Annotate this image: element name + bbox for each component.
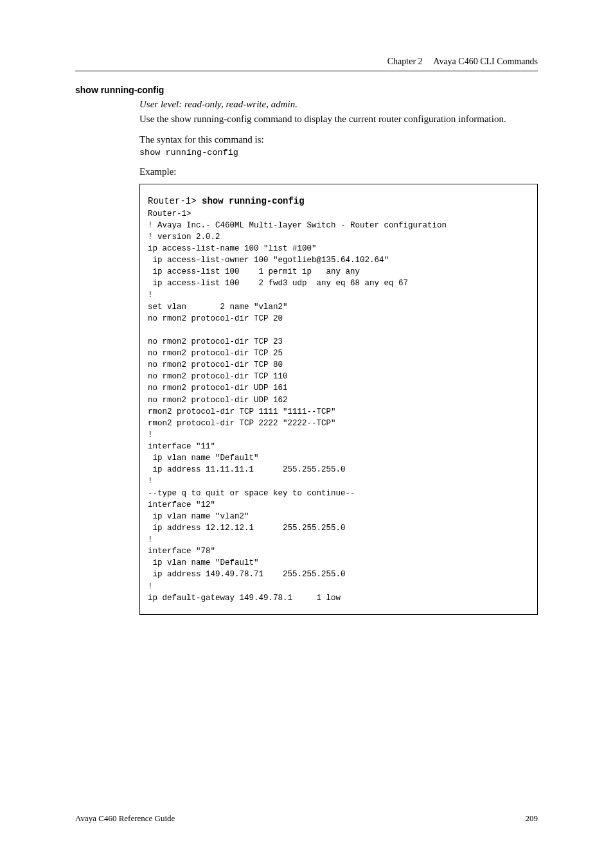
page-header: Chapter 2 Avaya C460 CLI Commands: [387, 57, 538, 67]
section-heading: show running-config: [75, 85, 538, 95]
example-label: Example:: [139, 166, 538, 177]
example-output: Router-1> ! Avaya Inc.- C460ML Multi-lay…: [148, 209, 447, 603]
router-prompt: Router-1>: [148, 196, 202, 206]
example-box: Router-1> show running-config Router-1> …: [139, 184, 538, 615]
user-level-text: User level: read-only, read-write, admin…: [139, 99, 538, 110]
footer-page-number: 209: [526, 813, 538, 824]
typed-command: show running-config: [202, 196, 305, 206]
main-content: show running-config User level: read-onl…: [75, 85, 538, 615]
header-title: Avaya C460 CLI Commands: [433, 57, 538, 66]
syntax-label: The syntax for this command is:: [139, 134, 538, 145]
footer-guide-name: Avaya C460 Reference Guide: [75, 813, 175, 824]
chapter-label: Chapter 2: [387, 57, 423, 66]
syntax-command: show running-config: [139, 148, 538, 157]
page-footer: Avaya C460 Reference Guide 209: [75, 813, 538, 824]
header-rule: [75, 71, 538, 71]
intro-text: Use the show running-config command to d…: [139, 112, 538, 125]
